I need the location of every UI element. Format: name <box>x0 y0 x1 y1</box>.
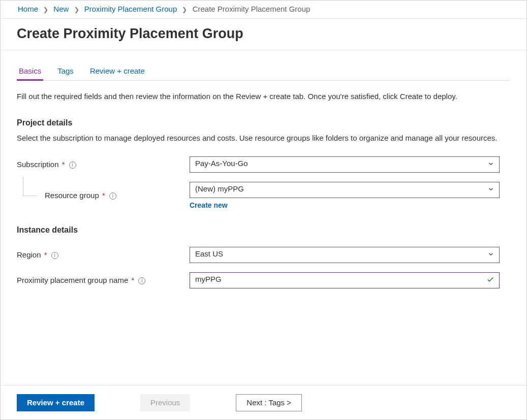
subscription-select[interactable]: Pay-As-You-Go <box>190 156 500 173</box>
footer-bar: Review + create Previous Next : Tags > <box>1 385 526 419</box>
required-marker: * <box>62 160 65 169</box>
breadcrumb-home[interactable]: Home <box>18 5 38 13</box>
breadcrumb: Home ❯ New ❯ Proximity Placement Group ❯… <box>1 1 526 19</box>
tab-review[interactable]: Review + create <box>88 63 147 80</box>
info-icon[interactable]: i <box>109 192 116 200</box>
label-subscription-text: Subscription <box>17 160 59 169</box>
checkmark-icon <box>486 275 494 285</box>
info-icon[interactable]: i <box>69 161 76 169</box>
label-region-text: Region <box>17 250 41 259</box>
tree-connector <box>23 177 37 196</box>
label-region: Region * i <box>17 250 190 259</box>
page-title: Create Proximity Placement Group <box>1 19 526 50</box>
breadcrumb-ppg[interactable]: Proximity Placement Group <box>84 5 177 13</box>
chevron-right-icon: ❯ <box>74 6 79 13</box>
create-new-link[interactable]: Create new <box>190 201 228 209</box>
resource-group-select[interactable]: (New) myPPG <box>190 182 500 198</box>
label-ppg-name: Proximity placement group name * i <box>17 276 190 284</box>
tab-bar: Basics Tags Review + create <box>17 63 510 81</box>
label-ppg-name-text: Proximity placement group name <box>17 276 128 284</box>
breadcrumb-current: Create Proximity Placement Group <box>193 5 311 13</box>
tab-basics[interactable]: Basics <box>17 63 43 80</box>
info-icon[interactable]: i <box>138 277 145 284</box>
label-subscription: Subscription * i <box>17 160 190 169</box>
previous-button: Previous <box>140 394 190 411</box>
next-button[interactable]: Next : Tags > <box>236 394 302 411</box>
intro-text: Fill out the required fields and then re… <box>17 91 510 102</box>
required-marker: * <box>44 250 47 259</box>
section-title-instance: Instance details <box>17 225 510 235</box>
ppg-name-input[interactable]: myPPG <box>190 272 500 288</box>
review-create-button[interactable]: Review + create <box>17 394 95 411</box>
region-select[interactable]: East US <box>190 247 500 263</box>
info-icon[interactable]: i <box>51 252 58 259</box>
required-marker: * <box>131 276 134 284</box>
label-resource-group-text: Resource group <box>45 191 99 200</box>
tab-tags[interactable]: Tags <box>55 63 76 80</box>
breadcrumb-new[interactable]: New <box>53 5 69 13</box>
chevron-right-icon: ❯ <box>43 6 48 13</box>
required-marker: * <box>102 191 105 200</box>
section-desc-project: Select the subscription to manage deploy… <box>17 133 510 143</box>
label-resource-group: Resource group * i <box>17 191 190 200</box>
chevron-right-icon: ❯ <box>182 6 187 13</box>
section-title-project: Project details <box>17 118 510 127</box>
